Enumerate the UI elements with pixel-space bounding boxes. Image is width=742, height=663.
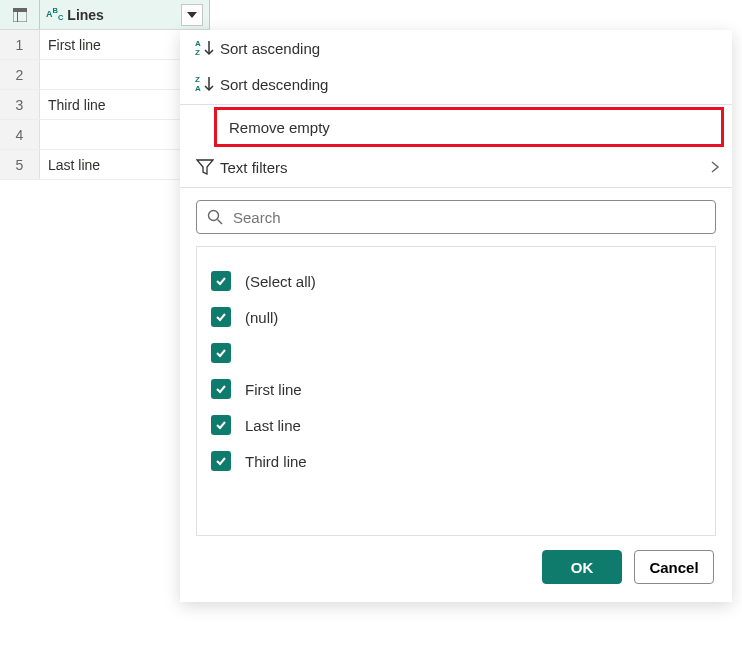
sort-descending-icon: ZA	[190, 75, 220, 93]
sort-ascending-icon: AZ	[190, 39, 220, 57]
filter-label: First line	[245, 381, 302, 398]
text-filters-item[interactable]: Text filters	[180, 149, 732, 185]
row-number[interactable]: 4	[0, 120, 40, 149]
filter-item[interactable]: Third line	[211, 443, 701, 479]
filter-label: Last line	[245, 417, 301, 434]
svg-point-11	[209, 211, 219, 221]
filter-search-box[interactable]	[196, 200, 716, 234]
filter-label: (null)	[245, 309, 278, 326]
svg-marker-3	[187, 12, 197, 18]
datatype-text-icon: ABC	[46, 7, 63, 21]
menu-label: Remove empty	[229, 119, 330, 136]
svg-text:Z: Z	[195, 48, 200, 57]
dialog-button-row: OK Cancel	[180, 536, 732, 586]
filter-label: (Select all)	[245, 273, 316, 290]
remove-empty-item[interactable]: Remove empty	[217, 110, 721, 144]
sort-descending-item[interactable]: ZA Sort descending	[180, 66, 732, 102]
menu-separator	[180, 104, 732, 105]
filter-icon	[190, 158, 220, 176]
chevron-right-icon	[710, 160, 720, 174]
highlight-annotation: Remove empty	[214, 107, 724, 147]
svg-text:Z: Z	[195, 75, 200, 84]
menu-label: Sort descending	[220, 76, 328, 93]
menu-label: Sort ascending	[220, 40, 320, 57]
filter-item-empty[interactable]	[211, 335, 701, 371]
column-filter-dropdown: AZ Sort ascending ZA Sort descending Rem…	[180, 30, 732, 602]
checkbox-checked-icon	[211, 343, 231, 363]
row-number[interactable]: 5	[0, 150, 40, 179]
row-number[interactable]: 3	[0, 90, 40, 119]
filter-item-null[interactable]: (null)	[211, 299, 701, 335]
filter-label: Third line	[245, 453, 307, 470]
svg-text:A: A	[195, 39, 201, 48]
data-table: ABC Lines 1First line 2 3Third line 4 5L…	[0, 0, 210, 180]
search-input[interactable]	[231, 208, 705, 227]
svg-line-12	[218, 220, 223, 225]
svg-rect-1	[13, 8, 27, 12]
menu-separator	[180, 187, 732, 188]
filter-item[interactable]: Last line	[211, 407, 701, 443]
filter-select-all[interactable]: (Select all)	[211, 263, 701, 299]
checkbox-checked-icon	[211, 379, 231, 399]
row-number[interactable]: 1	[0, 30, 40, 59]
search-icon	[207, 209, 223, 225]
table-corner-icon[interactable]	[0, 0, 40, 29]
checkbox-checked-icon	[211, 307, 231, 327]
ok-button[interactable]: OK	[542, 550, 622, 584]
column-name: Lines	[67, 7, 104, 23]
column-header-lines[interactable]: ABC Lines	[40, 0, 210, 29]
checkbox-checked-icon	[211, 271, 231, 291]
row-number[interactable]: 2	[0, 60, 40, 89]
filter-item[interactable]: First line	[211, 371, 701, 407]
cancel-button[interactable]: Cancel	[634, 550, 714, 584]
svg-text:A: A	[195, 84, 201, 93]
checkbox-checked-icon	[211, 451, 231, 471]
svg-marker-10	[197, 160, 213, 174]
filter-values-list: (Select all) (null) First line Last line…	[196, 246, 716, 536]
table-header-row: ABC Lines	[0, 0, 210, 30]
menu-label: Text filters	[220, 159, 288, 176]
sort-ascending-item[interactable]: AZ Sort ascending	[180, 30, 732, 66]
column-filter-dropdown-button[interactable]	[181, 4, 203, 26]
checkbox-checked-icon	[211, 415, 231, 435]
